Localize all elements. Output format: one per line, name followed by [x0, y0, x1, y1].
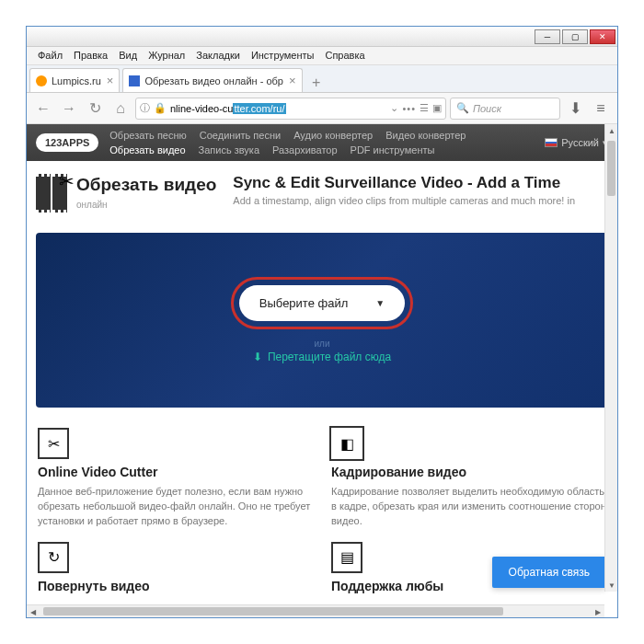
feature-title: Повернуть видео — [38, 579, 313, 593]
drag-label: Перетащите файл сюда — [268, 351, 391, 363]
horizontal-scrollbar[interactable]: ◀ ▶ — [27, 604, 604, 617]
feedback-button[interactable]: Обратная связь — [492, 557, 606, 588]
search-input[interactable]: 🔍 Поиск — [450, 98, 560, 120]
feature-desc: Кадрирование позволяет выделить необходи… — [331, 485, 606, 529]
search-placeholder: Поиск — [473, 103, 501, 114]
rotate-icon: ↻ — [38, 542, 69, 573]
highlight-ring: Выберите файл ▼ — [231, 277, 413, 329]
formats-icon: ▤ — [331, 542, 362, 573]
lock-icon: 🔒 — [154, 102, 167, 114]
reader-icon[interactable]: ☰ — [420, 102, 429, 114]
feature-crop: ◧ Кадрирование видео Кадрирование позвол… — [331, 428, 606, 529]
scrollbar-thumb[interactable] — [607, 141, 615, 196]
nav-link[interactable]: Соединить песни — [200, 130, 281, 141]
nav-link[interactable]: Обрезать песню — [109, 130, 187, 141]
downloads-button[interactable]: ⬇ — [564, 98, 586, 120]
site-logo[interactable]: 123APPS — [36, 133, 98, 152]
nav-link[interactable]: Запись звука — [199, 144, 259, 155]
ad-title: Sync & Edit Surveillance Video - Add a T… — [233, 174, 608, 192]
menu-history[interactable]: Журнал — [143, 47, 190, 64]
close-tab-icon[interactable]: × — [107, 74, 114, 87]
feature-title: Кадрирование видео — [331, 465, 606, 479]
feature-rotate: ↻ Повернуть видео — [38, 542, 313, 593]
tab-videocutter[interactable]: Обрезать видео онлайн - обр × — [122, 68, 302, 92]
nav-link[interactable]: Видео конвертер — [385, 130, 466, 141]
nav-link[interactable]: Аудио конвертер — [293, 130, 373, 141]
menu-edit[interactable]: Правка — [68, 47, 113, 64]
tabstrip: Lumpics.ru × Обрезать видео онлайн - обр… — [27, 65, 617, 93]
hamburger-menu-button[interactable]: ≡ — [590, 98, 612, 120]
nav-link[interactable]: Разархиватор — [272, 144, 338, 155]
download-icon: ⬇ — [253, 351, 262, 363]
url-bar[interactable]: ⓘ 🔒 nline-video-cutter.com/ru/ ⌄ ••• ☰ ▣ — [135, 98, 446, 120]
dropdown-icon[interactable]: ⌄ — [390, 102, 398, 114]
app-subtitle: онлайн — [76, 200, 108, 210]
forward-button[interactable]: → — [58, 98, 80, 120]
crop-icon: ◧ — [331, 428, 362, 459]
feature-desc: Данное веб-приложение будет полезно, есл… — [38, 485, 313, 529]
feature-title: Online Video Cutter — [38, 465, 313, 479]
language-selector[interactable]: Русский ▾ — [545, 137, 608, 149]
scroll-right-icon[interactable]: ▶ — [592, 605, 604, 618]
new-tab-button[interactable]: + — [306, 74, 327, 92]
flag-icon — [545, 138, 558, 147]
reload-button[interactable]: ↻ — [84, 98, 106, 120]
site-header: 123APPS Обрезать песню Соединить песни А… — [27, 124, 617, 161]
menubar: Файл Правка Вид Журнал Закладки Инструме… — [27, 47, 617, 65]
navbar: ← → ↻ ⌂ ⓘ 🔒 nline-video-cutter.com/ru/ ⌄… — [27, 93, 617, 124]
upload-area: Выберите файл ▼ или ⬇ Перетащите файл сю… — [36, 233, 608, 408]
tab-label: Lumpics.ru — [52, 75, 101, 86]
nav-link[interactable]: PDF инструменты — [351, 144, 435, 155]
ad-block[interactable]: Sync & Edit Surveillance Video - Add a T… — [233, 174, 608, 206]
scroll-left-icon[interactable]: ◀ — [27, 605, 40, 618]
app-icon: ✂ — [36, 174, 67, 213]
favicon-icon — [129, 75, 140, 86]
more-icon[interactable]: ••• — [402, 103, 416, 114]
close-tab-icon[interactable]: × — [289, 74, 296, 87]
ad-subtitle: Add a timestamp, align video clips from … — [233, 195, 608, 206]
tab-lumpics[interactable]: Lumpics.ru × — [29, 68, 120, 92]
minimize-button[interactable]: ─ — [535, 29, 560, 44]
scroll-down-icon[interactable]: ▼ — [605, 579, 617, 592]
vertical-scrollbar[interactable]: ▲ ▼ — [604, 124, 617, 592]
url-text: nline-video-cutter.com/ru/ — [170, 103, 386, 114]
scrollbar-thumb[interactable] — [43, 607, 503, 615]
maximize-button[interactable]: ▢ — [562, 29, 588, 44]
close-button[interactable]: ✕ — [590, 29, 615, 44]
choose-file-label: Выберите файл — [259, 296, 348, 310]
menu-file[interactable]: Файл — [32, 47, 68, 64]
menu-bookmarks[interactable]: Закладки — [190, 47, 246, 64]
site-nav: Обрезать песню Соединить песни Аудио кон… — [109, 130, 545, 155]
tab-label: Обрезать видео онлайн - обр — [144, 75, 283, 86]
favicon-icon — [36, 75, 47, 86]
feature-cutter: ✂ Online Video Cutter Данное веб-приложе… — [38, 428, 313, 529]
app-title: Обрезать видео — [76, 175, 216, 195]
home-button[interactable]: ⌂ — [109, 98, 132, 120]
shield-icon[interactable]: ▣ — [432, 102, 442, 114]
film-scissors-icon: ✂ — [38, 428, 69, 459]
back-button[interactable]: ← — [32, 98, 54, 120]
or-text: или — [314, 339, 329, 349]
search-icon: 🔍 — [456, 102, 469, 114]
scroll-up-icon[interactable]: ▲ — [605, 124, 617, 137]
menu-help[interactable]: Справка — [319, 47, 370, 64]
hero: ✂ Обрезать видео онлайн Sync & Edit Surv… — [27, 161, 617, 225]
caret-down-icon[interactable]: ▼ — [375, 298, 385, 308]
scissors-icon: ✂ — [59, 170, 75, 192]
features-row: ✂ Online Video Cutter Данное веб-приложе… — [27, 415, 617, 542]
menu-tools[interactable]: Инструменты — [246, 47, 320, 64]
info-icon[interactable]: ⓘ — [140, 101, 150, 115]
nav-link-active[interactable]: Обрезать видео — [109, 144, 185, 155]
menu-view[interactable]: Вид — [113, 47, 143, 64]
browser-window: ─ ▢ ✕ Файл Правка Вид Журнал Закладки Ин… — [26, 26, 618, 618]
titlebar: ─ ▢ ✕ — [27, 27, 617, 47]
drag-drop-hint[interactable]: ⬇ Перетащите файл сюда — [253, 351, 391, 363]
page-content: 123APPS Обрезать песню Соединить песни А… — [27, 124, 617, 604]
language-label: Русский — [561, 137, 599, 148]
app-title-block: Обрезать видео онлайн — [76, 175, 216, 212]
choose-file-button[interactable]: Выберите файл ▼ — [239, 285, 405, 321]
